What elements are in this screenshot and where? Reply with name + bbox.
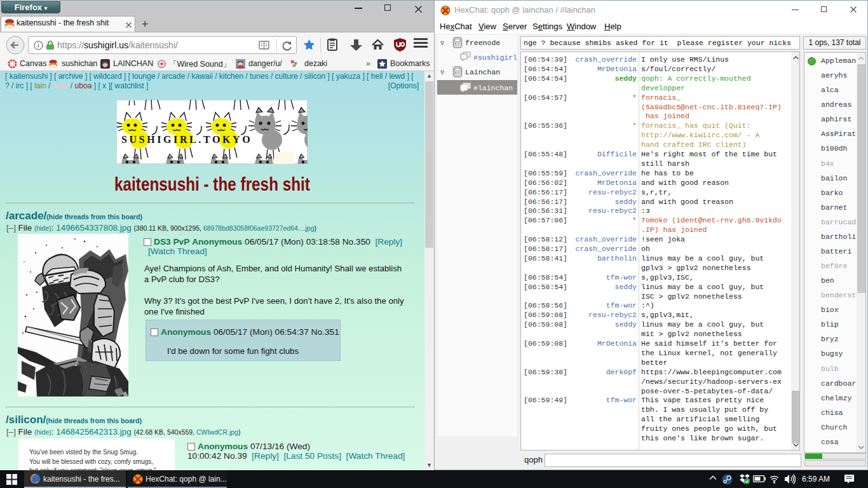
svg-text:SUSHIGIRL.TOKYO: SUSHIGIRL.TOKYO — [121, 134, 252, 145]
